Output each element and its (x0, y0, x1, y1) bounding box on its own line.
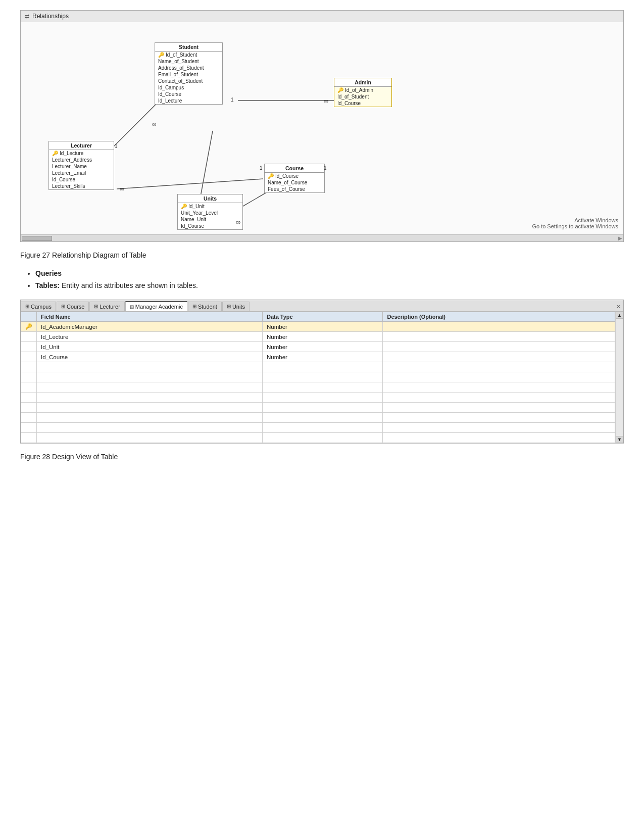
row-pk-indicator: 🔑 (21, 322, 37, 332)
field-name-cell[interactable]: Id_AcademicManager (37, 322, 263, 332)
tab-student-label: Student (198, 304, 217, 310)
pk-icon-course: 🔑 (268, 173, 274, 179)
close-tab-btn[interactable]: × (613, 302, 623, 311)
lecturer-table-header: Lecturer (49, 141, 114, 150)
tab-units[interactable]: ⊞ Units (222, 302, 250, 311)
table-row: Id_Course Number (21, 352, 615, 362)
diagram-title-icon: ⇄ (25, 13, 29, 20)
design-table-area: Field Name Data Type Description (Option… (21, 312, 615, 443)
scroll-right-btn[interactable]: ▶ (618, 235, 622, 241)
one-course: 1 (260, 165, 263, 171)
relationship-lines (21, 22, 623, 234)
desc-cell-3[interactable] (383, 342, 615, 352)
figure28-caption: Figure 28 Design View of Table (20, 453, 624, 461)
bullet-item-tables: Tables: Entity and its attributes are sh… (35, 281, 624, 289)
design-table: Field Name Data Type Description (Option… (21, 312, 615, 443)
row-indicator-3 (21, 342, 37, 352)
tab-campus[interactable]: ⊞ Campus (21, 302, 56, 311)
activate-line1: Activate Windows (532, 217, 618, 223)
units-table: Units 🔑 Id_Unit Unit_Year_Level Name_Uni… (177, 194, 243, 230)
tab-manager-academic[interactable]: ⊞ Manager Academic (125, 301, 187, 311)
tab-course-label: Course (67, 304, 84, 310)
diagram-scrollbar-thumb[interactable] (22, 236, 52, 241)
diagram-title-label: Relationships (32, 13, 69, 20)
course-table: Course 🔑 Id_Course Name_of_Course Fees_o… (264, 164, 325, 193)
diagram-titlebar: ⇄ Relationships (21, 11, 623, 22)
tab-units-label: Units (232, 304, 245, 310)
bullet-item-queries: Queries (35, 269, 624, 277)
diagram-scrollbar[interactable]: ▶ (21, 234, 623, 241)
units-table-header: Units (178, 194, 242, 203)
field-name-cell-3[interactable]: Id_Unit (37, 342, 263, 352)
desc-cell-2[interactable] (383, 332, 615, 342)
table-row: 🔑 Id_AcademicManager Number (21, 322, 615, 332)
table-row (21, 413, 615, 423)
student-grid-icon: ⊞ (192, 304, 196, 309)
lecturer-table: Lecturer 🔑 Id_Lecture Lecturer_Address L… (48, 141, 114, 190)
activate-line2: Go to Settings to activate Windows (532, 223, 618, 229)
one-course-right: 1 (324, 165, 327, 171)
student-table: Student 🔑 Id_of_Student Name_of_Student … (155, 42, 223, 105)
infinity-lecturer-course: ∞ (120, 185, 124, 192)
bullet-tables-bold: Tables: (35, 281, 60, 289)
table-row (21, 362, 615, 372)
one-lecturer: 1 (115, 143, 118, 149)
field-name-cell-2[interactable]: Id_Lecture (37, 332, 263, 342)
scroll-down-btn[interactable]: ▼ (616, 436, 623, 443)
svg-line-3 (200, 131, 213, 199)
manager-grid-icon: ⊞ (130, 304, 134, 310)
vertical-scrollbar[interactable]: ▲ ▼ (615, 312, 623, 443)
activate-windows-watermark: Activate Windows Go to Settings to activ… (532, 217, 618, 229)
tab-course[interactable]: ⊞ Course (57, 302, 89, 311)
data-type-cell-3[interactable]: Number (262, 342, 382, 352)
table-row (21, 382, 615, 393)
col-data-type: Data Type (262, 312, 382, 322)
admin-table-header: Admin (334, 78, 391, 87)
scroll-up-btn[interactable]: ▲ (616, 312, 623, 319)
pk-icon-units: 🔑 (181, 204, 187, 209)
bullet-queries-bold: Queries (35, 269, 62, 277)
table-row (21, 403, 615, 413)
table-row (21, 423, 615, 433)
diagram-canvas: Student 🔑 Id_of_Student Name_of_Student … (21, 22, 623, 234)
row-indicator-4 (21, 352, 37, 362)
pk-icon: 🔑 (158, 52, 164, 58)
desc-cell[interactable] (383, 322, 615, 332)
student-field-id: 🔑 Id_of_Student (155, 52, 222, 58)
relationship-diagram-window: ⇄ Relationships Student 🔑 Id_of_Student (20, 10, 624, 242)
bullet-tables-text: Entity and its attributes are shown in t… (62, 281, 198, 289)
data-type-cell-2[interactable]: Number (262, 332, 382, 342)
one-student-admin: 1 (231, 97, 234, 103)
design-table-wrapper: Field Name Data Type Description (Option… (21, 312, 623, 443)
tab-lecturer-label: Lecturer (100, 304, 120, 310)
bullet-list: Queries Tables: Entity and its attribute… (20, 269, 624, 289)
col-description: Description (Optional) (383, 312, 615, 322)
table-row: Id_Lecture Number (21, 332, 615, 342)
infinity-student-admin: ∞ (324, 97, 328, 105)
tab-lecturer[interactable]: ⊞ Lecturer (89, 302, 124, 311)
figure27-caption: Figure 27 Relationship Diagram of Table (20, 251, 624, 259)
row-indicator-2 (21, 332, 37, 342)
campus-grid-icon: ⊞ (25, 304, 29, 309)
data-type-cell-4[interactable]: Number (262, 352, 382, 362)
pk-icon-lecturer: 🔑 (52, 151, 58, 156)
col-indicator (21, 312, 37, 322)
tab-campus-label: Campus (31, 304, 52, 310)
col-field-name: Field Name (37, 312, 263, 322)
svg-line-2 (117, 179, 263, 189)
table-row (21, 372, 615, 382)
scroll-track[interactable] (616, 319, 623, 436)
tab-student[interactable]: ⊞ Student (188, 302, 222, 311)
course-grid-icon: ⊞ (61, 304, 65, 309)
infinity-units: ∞ (236, 218, 240, 226)
admin-table: Admin 🔑 Id_of_Admin Id_of_Student Id_Cou… (334, 78, 392, 107)
data-type-cell[interactable]: Number (262, 322, 382, 332)
design-table-header-row: Field Name Data Type Description (Option… (21, 312, 615, 322)
course-table-header: Course (265, 164, 324, 173)
pk-icon-admin: 🔑 (337, 87, 343, 93)
design-view-window: ⊞ Campus ⊞ Course ⊞ Lecturer ⊞ Manager A… (20, 300, 624, 444)
desc-cell-4[interactable] (383, 352, 615, 362)
field-name-cell-4[interactable]: Id_Course (37, 352, 263, 362)
table-row: Id_Unit Number (21, 342, 615, 352)
table-row (21, 393, 615, 403)
